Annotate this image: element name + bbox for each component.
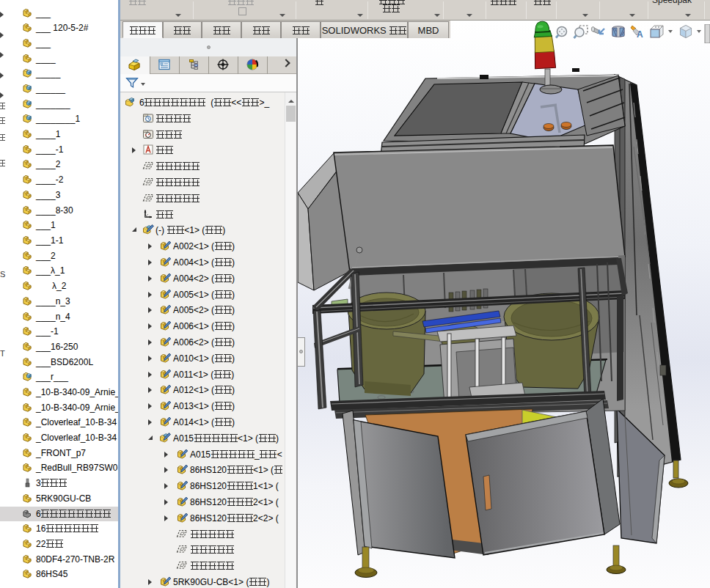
svg-text:A: A [637, 29, 643, 40]
